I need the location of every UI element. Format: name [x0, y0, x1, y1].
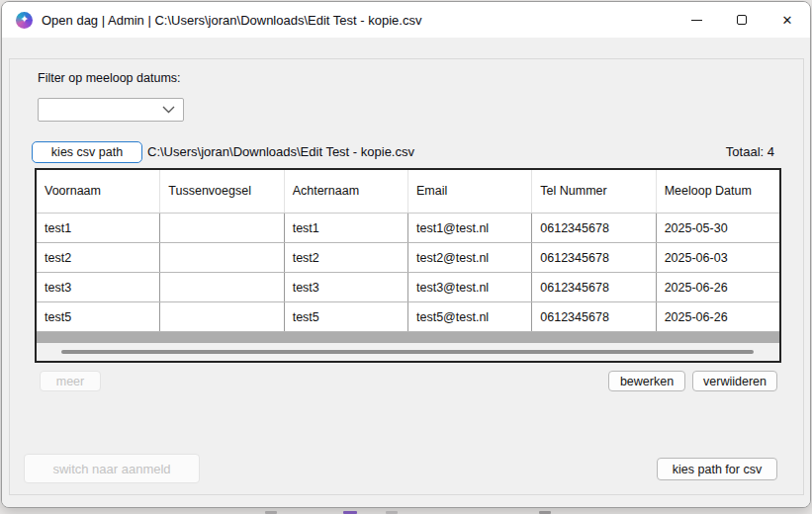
minimize-button[interactable] [674, 2, 719, 38]
column-header[interactable]: Voornaam [37, 170, 160, 213]
kies-csv-path-button[interactable]: kies csv path [32, 141, 142, 163]
close-icon: ✕ [782, 14, 793, 27]
table-cell[interactable]: test2 [37, 243, 160, 272]
filter-datum-dropdown[interactable] [38, 98, 184, 122]
window-controls: ✕ [674, 2, 810, 38]
table-cell[interactable]: 2025-05-30 [657, 214, 779, 242]
window-title: Open dag | Admin | C:\Users\joran\Downlo… [42, 13, 421, 28]
total-count-label: Totaal: 4 [726, 141, 774, 163]
table-cell[interactable]: test2@test.nl [408, 243, 532, 272]
column-header[interactable]: Email [408, 170, 532, 213]
window-content: Filter op meeloop datums: kies csv path … [2, 38, 810, 508]
csv-path-text: C:\Users\joran\Downloads\Edit Test - kop… [147, 141, 414, 163]
table-cell[interactable]: test5 [37, 302, 160, 331]
table-cell[interactable]: test2 [285, 243, 408, 272]
table-cell[interactable]: test3 [37, 273, 160, 301]
table-cell[interactable]: test1 [37, 214, 160, 242]
table-cell[interactable] [160, 302, 284, 331]
scrollbar-thumb[interactable] [61, 350, 754, 354]
minimize-icon [691, 20, 702, 21]
grid-body: test1test1test1@test.nl06123456782025-05… [37, 214, 779, 332]
filter-label: Filter op meeloop datums: [38, 71, 181, 85]
grid-empty-area [37, 332, 779, 343]
table-cell[interactable]: test3 [285, 273, 408, 301]
taskbar-sliver [0, 508, 812, 514]
table-cell[interactable]: 0612345678 [532, 302, 656, 331]
column-header[interactable]: Meeloop Datum [657, 170, 779, 213]
close-button[interactable]: ✕ [765, 2, 810, 38]
column-header[interactable]: Tussenvoegsel [160, 170, 284, 213]
table-cell[interactable] [160, 243, 284, 272]
table-cell[interactable]: 0612345678 [532, 243, 656, 272]
maximize-icon [737, 15, 747, 25]
table-row[interactable]: test5test5test5@test.nl06123456782025-06… [37, 302, 779, 332]
table-cell[interactable]: 2025-06-03 [657, 243, 779, 272]
column-header[interactable]: Achternaam [285, 170, 408, 213]
screen: ✦ Open dag | Admin | C:\Users\joran\Down… [0, 0, 812, 514]
table-cell[interactable]: 2025-06-26 [657, 273, 779, 301]
main-panel: Filter op meeloop datums: kies csv path … [9, 58, 804, 495]
table-cell[interactable]: test5@test.nl [408, 302, 532, 331]
chevron-down-icon [162, 106, 175, 114]
table-cell[interactable]: 2025-06-26 [657, 302, 779, 331]
table-cell[interactable]: test5 [285, 302, 408, 331]
table-cell[interactable]: test3@test.nl [408, 273, 532, 301]
titlebar[interactable]: ✦ Open dag | Admin | C:\Users\joran\Down… [2, 2, 810, 38]
table-cell[interactable]: 0612345678 [532, 273, 656, 301]
horizontal-scrollbar[interactable] [37, 343, 779, 361]
meer-button[interactable]: meer [40, 371, 101, 391]
column-header[interactable]: Tel Nummer [532, 170, 656, 213]
grid-header-row: VoornaamTussenvoegselAchternaamEmailTel … [37, 170, 779, 214]
app-window: ✦ Open dag | Admin | C:\Users\joran\Down… [1, 1, 811, 508]
app-icon: ✦ [16, 12, 33, 29]
table-row[interactable]: test1test1test1@test.nl06123456782025-05… [37, 214, 779, 243]
switch-naar-aanmeld-button[interactable]: switch naar aanmeld [24, 454, 200, 483]
table-cell[interactable]: test1@test.nl [408, 214, 532, 242]
kies-path-for-csv-button[interactable]: kies path for csv [657, 458, 777, 480]
bewerken-button[interactable]: bewerken [608, 371, 685, 391]
table-row[interactable]: test3test3test3@test.nl06123456782025-06… [37, 273, 779, 302]
table-cell[interactable]: test1 [285, 214, 408, 242]
table-cell[interactable] [160, 214, 284, 242]
table-cell[interactable]: 0612345678 [532, 214, 656, 242]
verwijderen-button[interactable]: verwiideren [692, 371, 777, 391]
table-cell[interactable] [160, 273, 284, 301]
maximize-button[interactable] [719, 2, 765, 38]
data-grid: VoornaamTussenvoegselAchternaamEmailTel … [35, 168, 781, 363]
table-row[interactable]: test2test2test2@test.nl06123456782025-06… [37, 243, 779, 273]
